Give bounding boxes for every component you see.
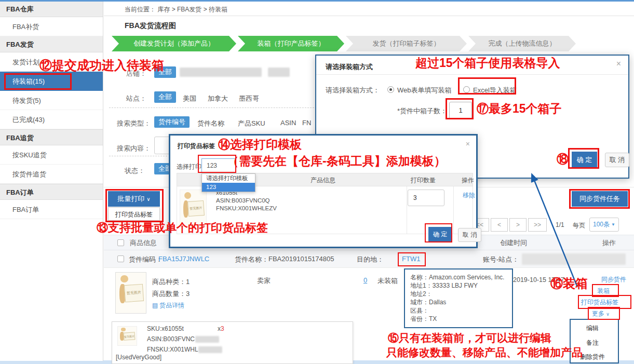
annotation-excel-note: 超过15个箱子使用表格导入 bbox=[415, 55, 560, 71]
sync-task-label: 同步货件任务 bbox=[579, 194, 620, 204]
radio-web-form[interactable] bbox=[387, 86, 394, 93]
radio-excel-import[interactable] bbox=[463, 86, 470, 93]
print-qty-input[interactable]: 3 bbox=[408, 190, 444, 206]
sidebar-group-fba-warehouse: FBA仓库 bbox=[0, 2, 103, 17]
sidebar-group-fba-track: FBA追货 bbox=[0, 129, 103, 145]
select-all-checkbox[interactable] bbox=[117, 239, 124, 246]
close-icon-print[interactable]: × bbox=[466, 140, 470, 148]
box-count-input[interactable]: 1 bbox=[449, 102, 472, 119]
sidebar-group-fba-orders: FBA订单 bbox=[0, 184, 103, 200]
search-type-shipment-code[interactable]: 货件编号 bbox=[154, 116, 190, 128]
product-kinds: 商品种类：1 bbox=[152, 277, 190, 287]
close-icon[interactable]: × bbox=[616, 60, 621, 68]
col-actions: 操作 bbox=[602, 238, 616, 248]
address-name-value: Amazon.com Services, Inc. bbox=[429, 274, 504, 281]
goods-detail-link[interactable]: ▤货品详情 bbox=[152, 301, 184, 310]
print-dialog-cancel-button[interactable]: 取 消 bbox=[458, 228, 481, 242]
product-kinds-value: 1 bbox=[186, 278, 190, 286]
sidebar-item-track-by-sku[interactable]: 按SKU追货 bbox=[0, 145, 103, 165]
sku-fnsku: FNSKU:X001WHL bbox=[147, 346, 198, 353]
search-type-fnsku[interactable]: FN bbox=[302, 119, 311, 127]
radio-web-form-label[interactable]: Web表单填写装箱 bbox=[397, 86, 452, 95]
sidebar-item-to-ship[interactable]: 待发货(5) bbox=[0, 91, 103, 110]
pagination-last-button[interactable]: >> bbox=[528, 218, 547, 232]
pack-status: 未装箱 bbox=[377, 276, 398, 286]
packing-dialog-ok-button[interactable]: 确 定 bbox=[572, 152, 597, 168]
template-option-123[interactable]: 123 bbox=[202, 183, 255, 192]
chevron-down-icon-more: ∨ bbox=[606, 312, 610, 317]
site-filter-label: 站点： bbox=[126, 94, 146, 103]
radio-excel-import-label[interactable]: Excel导入装箱 bbox=[473, 86, 517, 95]
col-created-time: 创建时间 bbox=[500, 238, 527, 248]
search-type-product-sku[interactable]: 产品SKU bbox=[238, 119, 265, 128]
sidebar-item-fba-orders[interactable]: FBA订单 bbox=[0, 200, 103, 219]
sidebar-item-fba-replenish[interactable]: FBA补货 bbox=[0, 17, 103, 36]
search-type-asin[interactable]: ASIN bbox=[280, 119, 296, 127]
print-remove-link[interactable]: 移除 bbox=[463, 191, 475, 200]
sidebar-group-fba-shipping: FBA发货 bbox=[0, 36, 103, 52]
count-link[interactable]: 0 bbox=[363, 276, 367, 284]
print-row-asin: ASIN:B003FVNC0Q bbox=[216, 197, 270, 204]
site-filter-ca[interactable]: 加拿大 bbox=[208, 94, 228, 103]
sidebar-item-to-pack[interactable]: 待装箱(15) bbox=[0, 72, 103, 91]
menu-item-note[interactable]: 备注 bbox=[586, 339, 599, 347]
product-quantity: 商品数量：3 bbox=[152, 289, 190, 299]
print-qty-value: 3 bbox=[408, 190, 444, 206]
search-type-shipment-name[interactable]: 货件名称 bbox=[197, 119, 224, 128]
op-more-link[interactable]: 更多 ∨ bbox=[592, 309, 610, 318]
site-filter-all[interactable]: 全部 bbox=[154, 91, 176, 103]
sku-fnsku-blurred bbox=[198, 346, 222, 353]
sync-shipment-task-button[interactable]: 同步货件任务 bbox=[572, 191, 628, 207]
print-dialog-title: 打印货品标签 bbox=[178, 142, 215, 151]
address-line1-label: 地址1： bbox=[410, 282, 433, 289]
menu-item-edit[interactable]: 编辑 bbox=[586, 324, 599, 333]
flow-step-pack: 装箱（打印产品标签） bbox=[238, 36, 344, 51]
annotation-17: ⑰最多15个箱子 bbox=[477, 101, 562, 117]
destination-link[interactable]: FTW1 bbox=[402, 255, 420, 263]
op-print-labels-link[interactable]: 打印货品标签 bbox=[581, 298, 618, 307]
print-table-vline-2 bbox=[453, 186, 454, 234]
batch-print-menu: 打印货品标签 bbox=[108, 207, 160, 221]
no-image-text: 暂无图片 bbox=[124, 284, 144, 302]
address-district-label: 区县： bbox=[410, 307, 429, 314]
destination-label: 目的地： bbox=[357, 255, 384, 264]
address-province-value: TX bbox=[429, 315, 437, 322]
annotation-14a: ⑭选择打印模板 bbox=[218, 137, 302, 153]
shipment-checkbox[interactable] bbox=[117, 255, 124, 262]
pagination-next-button[interactable]: > bbox=[509, 218, 527, 232]
annotation-14b: （需要先在【仓库-条码工具】添加模板） bbox=[227, 153, 446, 169]
address-line1-value: 33333 LBJ FWY bbox=[433, 282, 478, 289]
sidebar-item-track-by-shipment[interactable]: 按货件追货 bbox=[0, 165, 103, 184]
menu-item-delete-shipment[interactable]: 删除货件 bbox=[580, 353, 605, 361]
batch-print-button[interactable]: 批量打印 ∨ bbox=[108, 191, 160, 207]
shipment-code-link[interactable]: FBA15J7JNWLC bbox=[158, 255, 209, 263]
caret-down-icon: ▼ bbox=[611, 222, 615, 227]
status-filter-label: 状态： bbox=[125, 166, 145, 176]
sku-code: SKU:x61055t bbox=[147, 325, 184, 332]
flow-steps: 创建发货计划（添加产品） 装箱（打印产品标签） 发货（打印箱子标签） 完成（上传… bbox=[112, 36, 576, 51]
sku-count: x3 bbox=[218, 325, 224, 332]
search-type-label: 搜索类型： bbox=[117, 119, 151, 128]
annotation-13: ⑬支持批量或单个的打印货品标签 bbox=[97, 220, 268, 236]
product-quantity-label: 商品数量： bbox=[152, 290, 186, 298]
op-sync-shipment-link[interactable]: 同步货件 bbox=[601, 275, 626, 284]
site-filter-mx[interactable]: 墨西哥 bbox=[239, 94, 259, 103]
sidebar-item-completed[interactable]: 已完成(43) bbox=[0, 110, 103, 129]
batch-print-label: 批量打印 bbox=[117, 194, 144, 204]
per-page-select[interactable]: 100条 ▼ bbox=[589, 218, 619, 232]
box-count-value: 1 bbox=[450, 102, 471, 119]
print-dialog-ok-button[interactable]: 确 定 bbox=[428, 227, 452, 242]
annotation-15b: 只能修改数量、移除产品、不能增加产品 bbox=[386, 345, 583, 360]
packing-ok-label: 确 定 bbox=[577, 155, 592, 165]
site-filter-us[interactable]: 美国 bbox=[183, 94, 196, 103]
template-option-placeholder[interactable]: 请选择打印模板 bbox=[202, 174, 255, 183]
annotation-18: ⑱ bbox=[557, 151, 569, 167]
document-icon: ▤ bbox=[152, 302, 158, 309]
flow-step-done: 完成（上传物流信息） bbox=[468, 36, 576, 51]
pagination-prev-button[interactable]: < bbox=[491, 218, 508, 232]
batch-print-menu-item-labels[interactable]: 打印货品标签 bbox=[109, 208, 159, 221]
sku-asin: ASIN:B003FVNC bbox=[147, 335, 195, 343]
op-pack-link[interactable]: 装箱 bbox=[597, 287, 610, 295]
address-city-label: 城市： bbox=[410, 299, 429, 306]
packing-dialog-cancel-button[interactable]: 取 消 bbox=[605, 153, 629, 167]
